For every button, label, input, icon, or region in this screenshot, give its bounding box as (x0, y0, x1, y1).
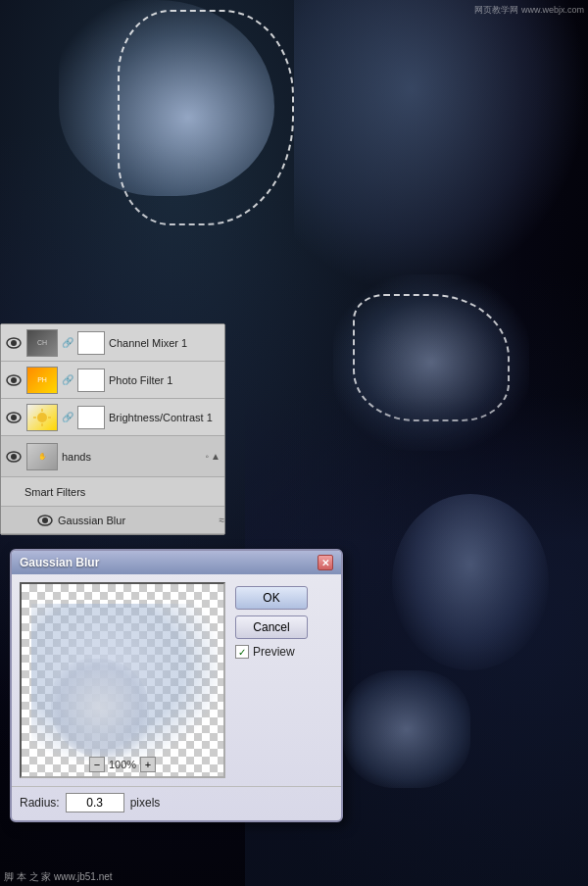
svg-point-5 (11, 415, 17, 420)
layer-row-hands[interactable]: ✋ hands ◦ ▲ (1, 436, 224, 477)
preview-checkbox[interactable]: ✓ (235, 645, 249, 659)
watermark-bottom-left: 脚 本 之 家 www.jb51.net (4, 870, 113, 884)
zoom-out-button[interactable]: − (89, 757, 105, 772)
preview-zoom-controls: − 100% + (89, 757, 156, 772)
layer-visibility-photo-filter[interactable] (5, 371, 23, 389)
gaussian-blur-dialog: Gaussian Blur ✕ − 100% + OK Cancel ✓ Pre… (10, 549, 343, 822)
radius-unit: pixels (130, 796, 161, 810)
cancel-button[interactable]: Cancel (235, 615, 308, 639)
svg-point-1 (11, 340, 17, 346)
preview-hand-bottom (51, 659, 149, 757)
layer-name-photo-filter: Photo Filter 1 (109, 374, 220, 386)
layer-row-brightness-contrast[interactable]: 🔗 Brightness/Contrast 1 (1, 399, 224, 436)
layer-row-photo-filter[interactable]: PH 🔗 Photo Filter 1 (1, 362, 224, 399)
zoom-level: 100% (109, 759, 136, 770)
layer-mask-channel (77, 331, 105, 355)
svg-point-3 (11, 377, 17, 383)
dialog-close-button[interactable]: ✕ (318, 555, 333, 570)
dialog-footer: Radius: pixels (12, 786, 341, 820)
selection-marquee-top (118, 10, 294, 225)
layer-mask-brightness (77, 406, 105, 429)
radius-label: Radius: (20, 796, 60, 810)
dialog-title: Gaussian Blur (20, 556, 99, 569)
layer-mask-photo (77, 369, 105, 392)
hand-glow-top-right (294, 0, 588, 294)
svg-point-14 (42, 517, 48, 523)
layer-visibility-gaussian-blur[interactable] (36, 512, 54, 529)
svg-point-12 (11, 454, 17, 460)
sublayer-smart-filters: Smart Filters (1, 477, 224, 507)
layer-thumb-photo-filter: PH (26, 367, 58, 394)
sublayer-label-gaussian-blur: Gaussian Blur (58, 515, 216, 526)
dialog-preview-area[interactable]: − 100% + (20, 582, 225, 778)
layer-thumb-brightness (26, 404, 58, 431)
svg-point-6 (37, 413, 47, 422)
zoom-in-button[interactable]: + (140, 757, 156, 772)
layer-visibility-channel-mixer[interactable] (5, 334, 23, 352)
layer-name-brightness-contrast: Brightness/Contrast 1 (109, 412, 220, 423)
hand-glow-bottom (343, 670, 470, 788)
layer-link-icon-channel: 🔗 (62, 334, 74, 352)
sublayer-gaussian-blur[interactable]: Gaussian Blur ≈ (1, 507, 224, 534)
preview-label: Preview (253, 645, 295, 659)
preview-checkbox-container[interactable]: ✓ Preview (235, 645, 308, 659)
layer-thumb-hands: ✋ (26, 443, 58, 470)
dialog-body: − 100% + OK Cancel ✓ Preview (12, 574, 341, 786)
layer-visibility-hands[interactable] (5, 448, 23, 466)
layer-visibility-brightness[interactable] (5, 409, 23, 426)
layer-thumb-channel-mixer: CH (26, 329, 58, 357)
layer-row-channel-mixer[interactable]: CH 🔗 Channel Mixer 1 (1, 324, 224, 362)
layer-link-icon-photo: 🔗 (62, 371, 74, 389)
watermark-top-right: 网页教学网 www.webjx.com (474, 4, 584, 17)
radius-input[interactable] (66, 793, 124, 812)
layer-name-hands: hands (62, 451, 202, 463)
woman-face-glow (392, 494, 549, 670)
layers-panel: CH 🔗 Channel Mixer 1 PH 🔗 Photo Filter 1 (0, 323, 225, 535)
dialog-titlebar: Gaussian Blur ✕ (12, 551, 341, 574)
hands-layer-extras: ◦ ▲ (206, 451, 220, 462)
sublayer-label-smart-filters: Smart Filters (24, 486, 224, 498)
layer-name-channel-mixer: Channel Mixer 1 (109, 337, 220, 349)
dialog-controls: OK Cancel ✓ Preview (235, 582, 308, 778)
ok-button[interactable]: OK (235, 586, 308, 610)
layer-link-icon-brightness: 🔗 (62, 409, 74, 426)
